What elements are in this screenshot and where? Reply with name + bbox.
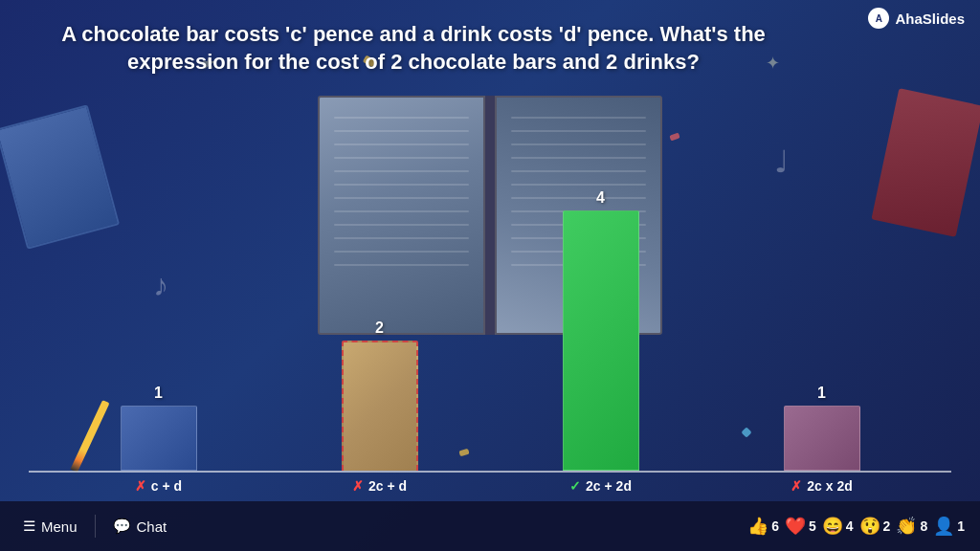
bar-label-text-4: 2c x 2d	[807, 478, 852, 494]
wow-emoji: 😲	[859, 516, 880, 537]
bar-label-text-1: c + d	[151, 478, 182, 494]
reaction-person: 👤 1	[933, 516, 965, 537]
chart-area: 1 2 4 1 ✗ c + d ✗ 2c + d ✓	[29, 168, 951, 494]
chat-button[interactable]: 💬 Chat	[105, 514, 175, 539]
bar-value-4: 1	[817, 385, 826, 402]
bar-group-4: 1	[765, 385, 880, 471]
reactions-row: 👍 6 ❤️ 5 😄 4 😲 2 👏 8 👤 1	[747, 516, 965, 537]
laugh-emoji: 😄	[822, 516, 843, 537]
logo-text: AhaSlides	[895, 11, 965, 27]
bar-label-2: ✗ 2c + d	[323, 478, 437, 494]
logo-icon: A	[868, 8, 889, 29]
reaction-laugh: 😄 4	[822, 516, 854, 537]
bar-label-text-2: 2c + d	[368, 478, 407, 494]
bar-1	[121, 406, 197, 471]
clap-count: 8	[920, 518, 927, 534]
bar-group-3: 4	[544, 189, 658, 471]
reaction-like: 👍 6	[747, 516, 779, 537]
bottom-bar: ☰ Menu 💬 Chat 👍 6 ❤️ 5 😄 4 😲 2 👏 8	[0, 501, 980, 551]
labels-row: ✗ c + d ✗ 2c + d ✓ 2c + 2d ✗ 2c x 2d	[29, 473, 951, 494]
wrong-icon-4: ✗	[791, 478, 802, 494]
wrong-icon-2: ✗	[352, 478, 364, 494]
bar-label-1: ✗ c + d	[101, 478, 216, 494]
bar-2	[342, 341, 418, 471]
question-text: A chocolate bar costs 'c' pence and a dr…	[19, 21, 808, 76]
chat-label: Chat	[137, 518, 167, 535]
bar-4	[784, 406, 860, 471]
bottom-left: ☰ Menu 💬 Chat	[15, 514, 174, 539]
chat-icon: 💬	[113, 518, 131, 535]
top-bar: A AhaSlides	[853, 0, 980, 36]
bar-label-4: ✗ 2c x 2d	[765, 478, 880, 494]
reaction-heart: ❤️ 5	[785, 516, 816, 537]
reaction-wow: 😲 2	[859, 516, 891, 537]
bar-value-3: 4	[596, 189, 605, 207]
ahaslides-logo: A AhaSlides	[868, 8, 965, 29]
wow-count: 2	[883, 518, 891, 534]
clap-emoji: 👏	[896, 516, 917, 537]
bar-3	[563, 210, 639, 471]
question-area: A chocolate bar costs 'c' pence and a dr…	[19, 21, 808, 76]
heart-count: 5	[809, 518, 816, 534]
confetti-2	[669, 132, 679, 141]
bar-value-2: 2	[375, 320, 384, 337]
like-count: 6	[771, 518, 779, 534]
person-count: 1	[957, 518, 965, 534]
menu-icon: ☰	[23, 518, 35, 535]
correct-icon-3: ✓	[569, 478, 581, 494]
heart-emoji: ❤️	[785, 516, 806, 537]
bars-container: 1 2 4 1	[29, 203, 951, 471]
like-emoji: 👍	[747, 516, 768, 537]
bar-label-3: ✓ 2c + 2d	[544, 478, 658, 494]
bar-label-text-3: 2c + 2d	[586, 478, 632, 494]
person-emoji: 👤	[933, 516, 954, 537]
wrong-icon-1: ✗	[135, 478, 146, 494]
reaction-clap: 👏 8	[896, 516, 927, 537]
bottom-divider	[95, 515, 96, 538]
bar-value-1: 1	[154, 385, 163, 402]
menu-button[interactable]: ☰ Menu	[15, 514, 85, 539]
bar-group-1: 1	[101, 385, 216, 471]
menu-label: Menu	[41, 518, 78, 535]
laugh-count: 4	[846, 518, 854, 534]
bar-group-2: 2	[323, 320, 437, 471]
